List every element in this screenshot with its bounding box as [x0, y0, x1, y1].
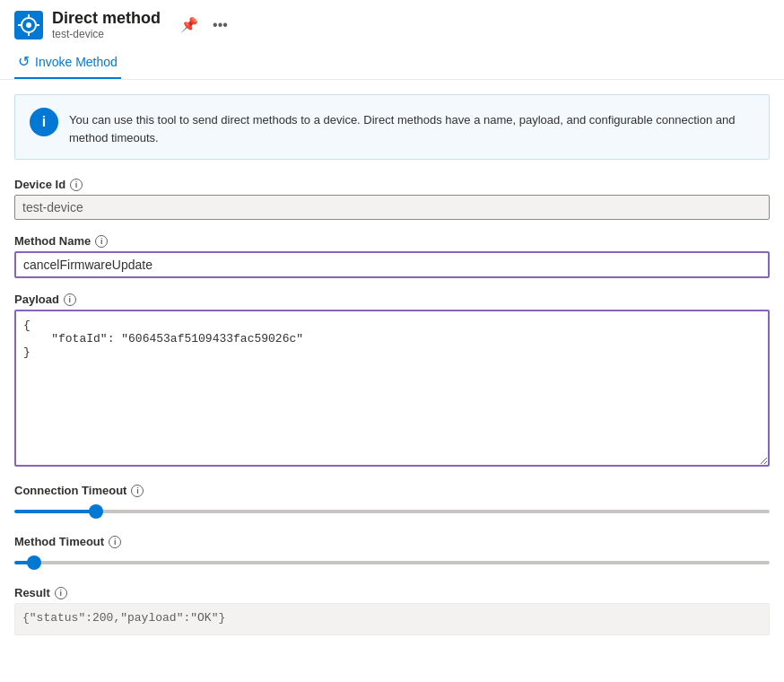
payload-field-group: Payload i	[14, 293, 770, 469]
page-subtitle: test-device	[52, 28, 161, 40]
tab-invoke-method-label: Invoke Method	[35, 55, 118, 69]
method-name-label-text: Method Name	[14, 234, 91, 248]
pin-icon: 📌	[180, 16, 198, 33]
method-timeout-info-icon[interactable]: i	[109, 536, 121, 548]
connection-timeout-slider[interactable]	[14, 510, 770, 513]
svg-point-2	[26, 22, 31, 28]
method-name-info-icon[interactable]: i	[95, 235, 108, 248]
device-id-label-text: Device Id	[14, 178, 65, 191]
more-options-button[interactable]: •••	[209, 15, 231, 35]
method-name-label: Method Name i	[14, 234, 770, 248]
result-field-group: Result i {"status":200,"payload":"OK"}	[14, 586, 770, 635]
header-title-group: Direct method test-device	[52, 9, 161, 40]
payload-info-icon[interactable]: i	[64, 293, 76, 306]
nav-tab-bar: ↺ Invoke Method	[0, 44, 784, 80]
method-timeout-slider[interactable]	[14, 561, 770, 564]
iot-hub-icon	[14, 11, 43, 39]
ellipsis-icon: •••	[213, 17, 228, 33]
device-id-label: Device Id i	[14, 178, 770, 191]
connection-timeout-slider-wrapper	[14, 503, 770, 520]
pin-button[interactable]: 📌	[177, 14, 202, 35]
result-info-icon[interactable]: i	[55, 587, 67, 599]
device-id-input[interactable]	[14, 195, 770, 220]
method-timeout-label-text: Method Timeout	[14, 535, 104, 548]
method-timeout-slider-wrapper	[14, 554, 770, 572]
page-header: Direct method test-device 📌 •••	[0, 0, 784, 44]
payload-label-text: Payload	[14, 293, 59, 306]
method-timeout-container: Method Timeout i	[14, 535, 770, 572]
invoke-method-icon: ↺	[18, 53, 30, 70]
payload-textarea[interactable]	[14, 310, 770, 467]
method-name-input[interactable]	[14, 251, 770, 278]
header-actions: 📌 •••	[177, 14, 231, 35]
info-banner-text: You can use this tool to send direct met…	[69, 108, 754, 146]
payload-label: Payload i	[14, 293, 770, 306]
result-display: {"status":200,"payload":"OK"}	[14, 603, 770, 635]
device-id-info-icon[interactable]: i	[70, 179, 83, 191]
info-banner: i You can use this tool to send direct m…	[14, 94, 770, 160]
tab-invoke-method[interactable]: ↺ Invoke Method	[14, 44, 121, 79]
connection-timeout-container: Connection Timeout i	[14, 484, 770, 520]
connection-timeout-info-icon[interactable]: i	[131, 485, 144, 497]
info-banner-icon: i	[30, 108, 58, 136]
main-content: i You can use this tool to send direct m…	[0, 80, 784, 664]
connection-timeout-label: Connection Timeout i	[14, 484, 770, 497]
connection-timeout-label-text: Connection Timeout	[14, 484, 126, 497]
method-name-field-group: Method Name i	[14, 234, 770, 278]
result-label: Result i	[14, 586, 770, 599]
result-label-text: Result	[14, 586, 50, 599]
page-title: Direct method	[52, 9, 161, 28]
device-id-field-group: Device Id i	[14, 178, 770, 220]
method-timeout-label: Method Timeout i	[14, 535, 770, 548]
